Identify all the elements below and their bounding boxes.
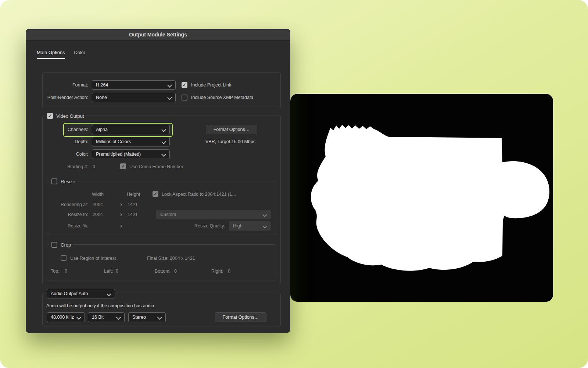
post-render-select[interactable]: None [92, 93, 176, 102]
resize-percent-label: Resize %: [40, 223, 88, 229]
crop-toggle[interactable]: Crop [49, 241, 73, 248]
resize-preset-value: Custom [160, 212, 176, 217]
crop-legend: Crop [61, 242, 71, 248]
chevron-down-icon [262, 224, 267, 229]
audio-channels-select[interactable]: Stereo [128, 312, 166, 322]
alpha-matte-shape [290, 94, 553, 302]
resize-quality-value: High [233, 223, 243, 229]
check-icon: ✓ [183, 83, 186, 87]
check-icon: ✓ [48, 114, 52, 118]
output-module-settings-dialog: Output Module Settings Main Options Colo… [26, 29, 290, 333]
x-separator: x [120, 202, 122, 207]
sample-rate-select[interactable]: 48.000 kHz [47, 312, 85, 322]
channels-select-value: Alpha [96, 127, 108, 132]
resize-legend: Resize [61, 179, 75, 184]
chevron-down-icon [76, 315, 81, 320]
chevron-down-icon [262, 212, 267, 217]
audio-format-options-button[interactable]: Format Options… [215, 312, 266, 322]
include-project-link-checkbox[interactable]: ✓ [182, 82, 187, 88]
audio-output-mode-value: Audio Output Auto [51, 291, 88, 296]
crop-top-label: Top: [51, 269, 60, 274]
audio-channels-value: Stereo [132, 315, 146, 320]
resize-to-height-field[interactable]: 1421 [128, 212, 138, 217]
rendering-width-value: 2004 [93, 202, 103, 207]
desktop-background: Output Module Settings Main Options Colo… [0, 0, 588, 368]
rendering-height-value: 1421 [128, 202, 138, 207]
color-select-value: Premultiplied (Matted) [96, 152, 141, 157]
starting-number-label: Starting #: [48, 164, 88, 169]
x-separator: x [120, 223, 122, 229]
use-comp-frame-label: Use Comp Frame Number [129, 164, 183, 169]
dialog-title: Output Module Settings [129, 32, 187, 38]
check-icon: ✓ [121, 164, 125, 169]
audio-note: Audio will be output only if the composi… [46, 303, 155, 308]
channels-select[interactable]: Alpha [92, 125, 170, 134]
chevron-down-icon [161, 139, 166, 144]
chevron-down-icon [161, 127, 166, 132]
rendering-at-label: Rendering at: [40, 202, 88, 207]
video-output-toggle[interactable]: ✓ Video Output [45, 113, 86, 119]
width-header: Width [92, 192, 104, 197]
include-xmp-checkbox[interactable] [182, 95, 187, 100]
chevron-down-icon [167, 95, 172, 100]
post-render-label: Post-Render Action: [33, 95, 88, 100]
post-render-select-value: None [96, 95, 107, 100]
format-label: Format: [40, 82, 88, 88]
crop-groupbox [47, 244, 276, 280]
bit-depth-value: 16 Bit [92, 315, 104, 320]
resize-checkbox[interactable] [51, 178, 57, 184]
chevron-down-icon [157, 315, 162, 320]
check-icon: ✓ [154, 192, 157, 196]
dialog-titlebar[interactable]: Output Module Settings [26, 29, 290, 40]
include-xmp-label: Include Source XMP Metadata [191, 95, 253, 100]
color-select[interactable]: Premultiplied (Matted) [92, 149, 170, 159]
crop-top-value[interactable]: 0 [65, 269, 67, 274]
crop-right-label: Right: [211, 269, 223, 274]
height-header: Height [127, 192, 140, 197]
include-project-link-label: Include Project Link [191, 82, 231, 88]
audio-output-mode-select[interactable]: Audio Output Auto [47, 289, 115, 298]
crop-checkbox[interactable] [51, 242, 57, 248]
tab-color[interactable]: Color [74, 50, 85, 58]
lock-aspect-checkbox[interactable]: ✓ [153, 191, 158, 197]
format-select[interactable]: H.264 [92, 80, 176, 90]
crop-left-label: Left: [104, 269, 113, 274]
resize-to-label: Resize to: [40, 212, 88, 217]
color-label: Color: [48, 152, 88, 157]
crop-left-value[interactable]: 0 [116, 269, 118, 274]
chevron-down-icon [167, 83, 172, 88]
video-format-options-button[interactable]: Format Options… [206, 125, 257, 134]
depth-select-value: Millions of Colors [96, 139, 131, 144]
alpha-preview-panel [290, 94, 553, 302]
starting-number-value: 0 [93, 164, 95, 169]
lock-aspect-label: Lock Aspect Ratio to 2004:1421 (1… [162, 192, 237, 197]
resize-toggle[interactable]: Resize [49, 178, 78, 185]
video-output-legend: Video Output [56, 113, 84, 119]
use-roi-label: Use Region of Interest [70, 256, 116, 261]
bitrate-info: VBR, Target 15.00 Mbps [205, 139, 255, 144]
chevron-down-icon [116, 315, 121, 320]
format-select-value: H.264 [96, 82, 108, 88]
crop-bottom-value[interactable]: 0 [174, 269, 177, 274]
video-output-checkbox[interactable]: ✓ [47, 113, 53, 119]
sample-rate-value: 48.000 kHz [51, 315, 74, 320]
crop-bottom-label: Bottom: [155, 269, 171, 274]
chevron-down-icon [161, 152, 166, 157]
channels-label: Channels: [48, 127, 88, 132]
resize-preset-select[interactable]: Custom [156, 210, 271, 219]
resize-to-width-field[interactable]: 2004 [93, 212, 103, 217]
depth-select[interactable]: Millions of Colors [92, 137, 170, 146]
resize-quality-label: Resize Quality: [178, 223, 225, 229]
bit-depth-select[interactable]: 16 Bit [88, 312, 125, 322]
tab-main-options[interactable]: Main Options [37, 50, 65, 59]
crop-right-value[interactable]: 0 [228, 269, 230, 274]
chevron-down-icon [107, 291, 111, 296]
resize-quality-select[interactable]: High [229, 221, 271, 231]
use-comp-frame-checkbox[interactable]: ✓ [120, 163, 126, 169]
final-size-text: Final Size: 2004 x 1421 [147, 256, 195, 261]
use-roi-checkbox[interactable] [61, 255, 67, 261]
format-groupbox [42, 72, 281, 108]
depth-label: Depth: [48, 139, 88, 144]
x-separator: x [120, 212, 122, 217]
